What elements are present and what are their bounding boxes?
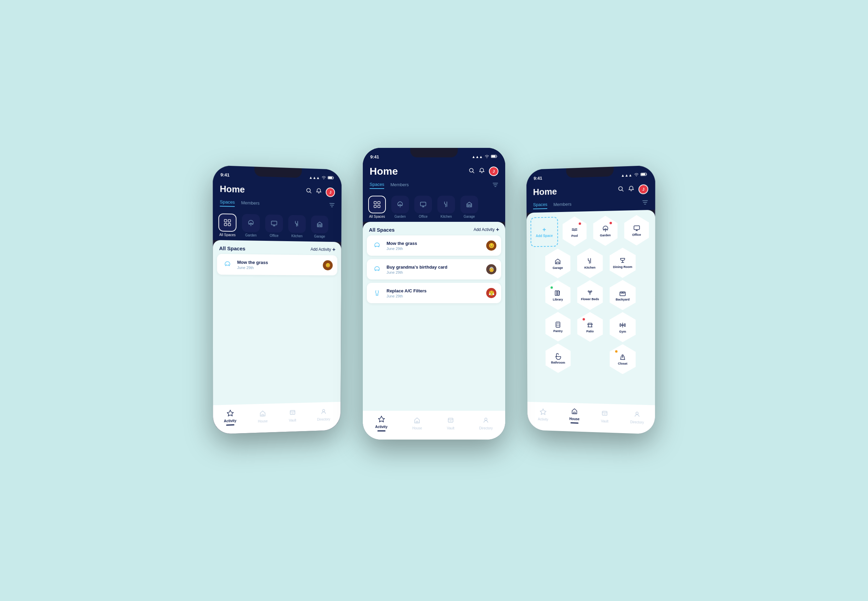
svg-rect-70: [620, 323, 621, 326]
hex-spacer: [576, 343, 605, 374]
svg-marker-74: [540, 409, 546, 415]
chip-kitchen-center[interactable]: Kitchen: [437, 196, 455, 218]
hex-library[interactable]: Library: [543, 280, 573, 310]
wifi-icon-right: [634, 172, 639, 177]
tab-spaces-left[interactable]: Spaces: [220, 199, 235, 207]
filter-icon-right[interactable]: [642, 200, 648, 206]
hex-kitchen[interactable]: Kitchen: [575, 248, 605, 278]
hex-backyard[interactable]: Backyard: [608, 280, 638, 310]
add-space-label: Add Space: [536, 234, 553, 238]
filter-icon-left[interactable]: [329, 203, 335, 209]
nav-vault-right[interactable]: Vault: [597, 408, 612, 425]
nav-house-right[interactable]: House: [565, 406, 583, 425]
nav-directory-center[interactable]: Directory: [475, 415, 497, 432]
phone-left: 9:41 ▲▲▲ Home: [213, 165, 341, 434]
nav-house-icon-right: [571, 408, 578, 416]
hex-patio[interactable]: Patio: [575, 312, 605, 342]
hex-pantry[interactable]: Pantry: [544, 312, 573, 342]
chip-kitchen-left[interactable]: Kitchen: [288, 215, 306, 238]
search-icon-right[interactable]: [618, 186, 624, 194]
nav-activity-left[interactable]: Activity: [220, 408, 241, 427]
app-title-center: Home: [370, 166, 398, 177]
hex-dining-room[interactable]: Dining Room: [608, 247, 638, 278]
hex-garden[interactable]: Garden: [591, 215, 620, 246]
bell-icon-center[interactable]: [479, 168, 485, 175]
nav-house-left[interactable]: House: [254, 408, 272, 425]
tab-members-left[interactable]: Members: [241, 200, 260, 207]
activity-card-1-left[interactable]: Mow the grass June 29th 😊: [217, 254, 337, 275]
chip-all-spaces-center[interactable]: All Spaces: [368, 196, 386, 218]
add-activity-btn-center[interactable]: Add Activity +: [474, 227, 499, 233]
search-icon-center[interactable]: [469, 168, 475, 175]
tab-spaces-right[interactable]: Spaces: [533, 202, 547, 209]
hex-garage[interactable]: Garage: [543, 248, 573, 278]
chip-garage-center[interactable]: Garage: [460, 196, 478, 218]
hex-gym[interactable]: Gym: [608, 312, 638, 342]
gym-icon: [619, 321, 626, 329]
hex-bathroom[interactable]: Bathroom: [544, 343, 573, 373]
chip-garden-left[interactable]: Garden: [242, 214, 260, 237]
activity-card-2-center[interactable]: Buy grandma's birthday card June 29th 👵: [367, 259, 501, 279]
notch-right: [566, 166, 614, 178]
activity-avatar-1-left: 😊: [323, 260, 333, 270]
app-title-right: Home: [533, 186, 557, 197]
hex-row-1: + Add Space Pool Garden: [531, 215, 651, 247]
avatar-right[interactable]: J: [638, 184, 648, 194]
kitchen-icon: [586, 257, 594, 265]
content-header-center: All Spaces Add Activity +: [363, 222, 505, 235]
add-space-btn[interactable]: + Add Space: [531, 217, 558, 247]
chip-label-garage-left: Garage: [314, 234, 325, 238]
chip-all-spaces-left[interactable]: All Spaces: [218, 214, 236, 237]
chip-office-center[interactable]: Office: [414, 196, 432, 218]
tab-members-right[interactable]: Members: [553, 201, 571, 208]
svg-rect-8: [228, 220, 231, 222]
tab-spaces-center[interactable]: Spaces: [370, 182, 384, 189]
nav-directory-right[interactable]: Directory: [626, 409, 648, 426]
hex-office[interactable]: Office: [622, 215, 651, 246]
nav-activity-icon-right: [540, 408, 546, 416]
dot-closet: [615, 350, 617, 353]
activities-center: Mow the grass June 29th 😊 Buy grandma's …: [363, 235, 505, 303]
svg-marker-15: [227, 410, 233, 416]
hex-label-flowers: Flower Beds: [581, 297, 599, 301]
nav-activity-right[interactable]: Activity: [534, 407, 552, 423]
nav-vault-center[interactable]: Vault: [443, 415, 458, 432]
avatar-left[interactable]: J: [326, 187, 335, 197]
hex-label-garden: Garden: [600, 233, 611, 237]
chip-garden-center[interactable]: Garden: [391, 196, 409, 218]
hex-label-backyard: Backyard: [616, 297, 630, 301]
svg-point-79: [636, 412, 638, 415]
app-header-center: Home J: [363, 163, 505, 182]
nav-vault-icon-right: [601, 410, 608, 418]
dining-room-icon: [619, 257, 626, 264]
chip-office-left[interactable]: Office: [265, 214, 283, 237]
activity-icon-3-center: [372, 288, 382, 299]
search-icon-left[interactable]: [306, 188, 312, 196]
svg-rect-1: [328, 177, 332, 179]
add-activity-btn-left[interactable]: Add Activity +: [311, 246, 335, 253]
svg-rect-50: [634, 226, 639, 230]
tab-members-center[interactable]: Members: [390, 182, 408, 189]
chip-label-office-left: Office: [270, 234, 279, 238]
avatar-center[interactable]: J: [489, 166, 498, 176]
chip-garage-left[interactable]: Garage: [311, 215, 328, 238]
hex-row-2: Garage Kitchen Dining Room: [531, 247, 651, 278]
nav-directory-left[interactable]: Directory: [313, 407, 334, 423]
hex-flower-beds[interactable]: Flower Beds: [575, 280, 605, 310]
wifi-icon-left: [321, 176, 326, 180]
activity-card-1-center[interactable]: Mow the grass June 29th 😊: [367, 235, 501, 256]
svg-rect-71: [624, 323, 625, 326]
nav-house-center[interactable]: House: [408, 415, 426, 432]
nav-activity-center[interactable]: Activity: [371, 414, 391, 433]
hex-closet[interactable]: Closet: [608, 344, 638, 374]
bell-icon-left[interactable]: [316, 188, 322, 196]
activity-card-3-center[interactable]: Replace A/C Filters June 29th 😤: [367, 283, 501, 303]
svg-rect-55: [555, 291, 557, 295]
bathroom-icon: [554, 352, 562, 360]
nav-vault-left[interactable]: Vault: [285, 408, 300, 424]
hex-pool[interactable]: Pool: [561, 216, 589, 247]
bell-icon-right[interactable]: [628, 186, 634, 194]
svg-rect-30: [374, 205, 376, 207]
filter-icon-center[interactable]: [492, 183, 498, 189]
garden-icon: [602, 225, 609, 233]
